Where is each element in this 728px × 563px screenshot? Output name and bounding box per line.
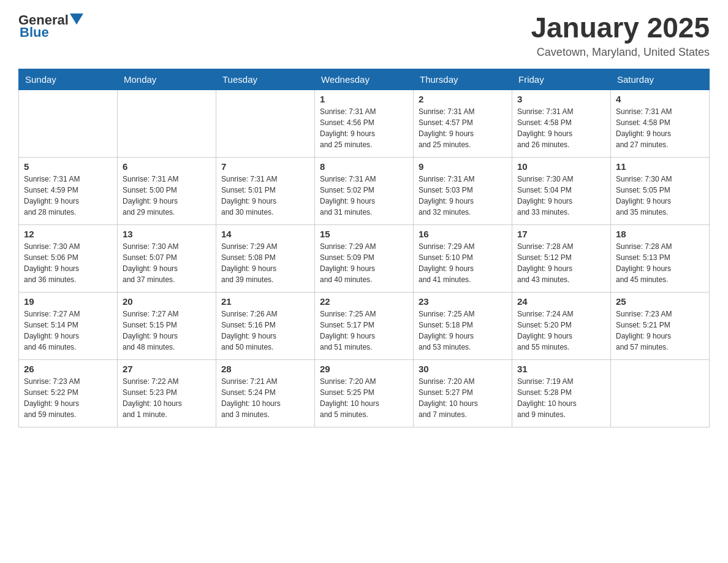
svg-marker-0 bbox=[70, 13, 83, 25]
day-info: Sunrise: 7:31 AM Sunset: 5:01 PM Dayligh… bbox=[221, 174, 309, 218]
calendar-cell bbox=[611, 359, 710, 427]
day-number: 27 bbox=[123, 364, 211, 374]
page-header: General Blue January 2025 Cavetown, Mary… bbox=[18, 12, 710, 59]
calendar-header-friday: Friday bbox=[512, 69, 611, 90]
day-info: Sunrise: 7:23 AM Sunset: 5:22 PM Dayligh… bbox=[24, 376, 112, 420]
calendar-cell: 2Sunrise: 7:31 AM Sunset: 4:57 PM Daylig… bbox=[414, 90, 512, 157]
calendar-cell: 7Sunrise: 7:31 AM Sunset: 5:01 PM Daylig… bbox=[216, 157, 315, 224]
day-number: 5 bbox=[24, 161, 112, 172]
calendar-cell: 6Sunrise: 7:31 AM Sunset: 5:00 PM Daylig… bbox=[118, 157, 216, 224]
day-info: Sunrise: 7:29 AM Sunset: 5:08 PM Dayligh… bbox=[221, 241, 309, 285]
calendar-header-wednesday: Wednesday bbox=[315, 69, 414, 90]
calendar-cell: 20Sunrise: 7:27 AM Sunset: 5:15 PM Dayli… bbox=[118, 292, 216, 359]
day-number: 10 bbox=[517, 161, 605, 172]
calendar-cell: 29Sunrise: 7:20 AM Sunset: 5:25 PM Dayli… bbox=[315, 359, 414, 427]
day-number: 16 bbox=[419, 229, 507, 239]
day-number: 28 bbox=[221, 364, 309, 374]
day-number: 18 bbox=[616, 229, 704, 239]
calendar-cell: 15Sunrise: 7:29 AM Sunset: 5:09 PM Dayli… bbox=[315, 224, 414, 292]
calendar-cell: 25Sunrise: 7:23 AM Sunset: 5:21 PM Dayli… bbox=[611, 292, 710, 359]
day-number: 14 bbox=[221, 229, 309, 239]
day-number: 31 bbox=[517, 364, 605, 374]
title-block: January 2025 Cavetown, Maryland, United … bbox=[531, 12, 710, 59]
day-number: 8 bbox=[320, 161, 408, 172]
calendar-cell: 11Sunrise: 7:30 AM Sunset: 5:05 PM Dayli… bbox=[611, 157, 710, 224]
day-info: Sunrise: 7:20 AM Sunset: 5:27 PM Dayligh… bbox=[419, 376, 507, 420]
calendar-header-row: SundayMondayTuesdayWednesdayThursdayFrid… bbox=[19, 69, 710, 90]
day-info: Sunrise: 7:31 AM Sunset: 4:56 PM Dayligh… bbox=[320, 106, 408, 150]
calendar-subtitle: Cavetown, Maryland, United States bbox=[531, 46, 710, 59]
day-number: 21 bbox=[221, 296, 309, 307]
day-info: Sunrise: 7:31 AM Sunset: 5:03 PM Dayligh… bbox=[419, 174, 507, 218]
day-info: Sunrise: 7:31 AM Sunset: 4:58 PM Dayligh… bbox=[517, 106, 605, 150]
day-info: Sunrise: 7:19 AM Sunset: 5:28 PM Dayligh… bbox=[517, 376, 605, 420]
day-info: Sunrise: 7:31 AM Sunset: 4:57 PM Dayligh… bbox=[419, 106, 507, 150]
day-number: 30 bbox=[419, 364, 507, 374]
calendar-header-tuesday: Tuesday bbox=[216, 69, 315, 90]
calendar-header-saturday: Saturday bbox=[611, 69, 710, 90]
calendar-cell: 28Sunrise: 7:21 AM Sunset: 5:24 PM Dayli… bbox=[216, 359, 315, 427]
day-number: 26 bbox=[24, 364, 112, 374]
calendar-table: SundayMondayTuesdayWednesdayThursdayFrid… bbox=[18, 69, 710, 427]
calendar-cell: 14Sunrise: 7:29 AM Sunset: 5:08 PM Dayli… bbox=[216, 224, 315, 292]
day-number: 22 bbox=[320, 296, 408, 307]
day-info: Sunrise: 7:21 AM Sunset: 5:24 PM Dayligh… bbox=[221, 376, 309, 420]
calendar-week-row: 26Sunrise: 7:23 AM Sunset: 5:22 PM Dayli… bbox=[19, 359, 710, 427]
day-info: Sunrise: 7:25 AM Sunset: 5:17 PM Dayligh… bbox=[320, 308, 408, 353]
day-number: 7 bbox=[221, 161, 309, 172]
day-number: 1 bbox=[320, 94, 408, 104]
calendar-cell: 12Sunrise: 7:30 AM Sunset: 5:06 PM Dayli… bbox=[19, 224, 118, 292]
day-number: 25 bbox=[616, 296, 704, 307]
calendar-week-row: 5Sunrise: 7:31 AM Sunset: 4:59 PM Daylig… bbox=[19, 157, 710, 224]
calendar-cell: 31Sunrise: 7:19 AM Sunset: 5:28 PM Dayli… bbox=[512, 359, 611, 427]
calendar-week-row: 1Sunrise: 7:31 AM Sunset: 4:56 PM Daylig… bbox=[19, 90, 710, 157]
calendar-cell bbox=[118, 90, 216, 157]
calendar-cell: 19Sunrise: 7:27 AM Sunset: 5:14 PM Dayli… bbox=[19, 292, 118, 359]
calendar-week-row: 12Sunrise: 7:30 AM Sunset: 5:06 PM Dayli… bbox=[19, 224, 710, 292]
calendar-cell: 30Sunrise: 7:20 AM Sunset: 5:27 PM Dayli… bbox=[414, 359, 512, 427]
logo-blue-text: Blue bbox=[20, 25, 49, 40]
day-number: 23 bbox=[419, 296, 507, 307]
day-info: Sunrise: 7:20 AM Sunset: 5:25 PM Dayligh… bbox=[320, 376, 408, 420]
calendar-cell bbox=[216, 90, 315, 157]
calendar-cell: 24Sunrise: 7:24 AM Sunset: 5:20 PM Dayli… bbox=[512, 292, 611, 359]
day-info: Sunrise: 7:28 AM Sunset: 5:12 PM Dayligh… bbox=[517, 241, 605, 285]
day-number: 20 bbox=[123, 296, 211, 307]
day-info: Sunrise: 7:23 AM Sunset: 5:21 PM Dayligh… bbox=[616, 308, 704, 353]
logo: General Blue bbox=[18, 12, 83, 40]
calendar-cell: 21Sunrise: 7:26 AM Sunset: 5:16 PM Dayli… bbox=[216, 292, 315, 359]
day-info: Sunrise: 7:31 AM Sunset: 5:00 PM Dayligh… bbox=[123, 174, 211, 218]
day-info: Sunrise: 7:28 AM Sunset: 5:13 PM Dayligh… bbox=[616, 241, 704, 285]
day-number: 29 bbox=[320, 364, 408, 374]
day-number: 17 bbox=[517, 229, 605, 239]
logo-triangle-icon bbox=[70, 13, 83, 27]
calendar-cell: 18Sunrise: 7:28 AM Sunset: 5:13 PM Dayli… bbox=[611, 224, 710, 292]
day-number: 4 bbox=[616, 94, 704, 104]
calendar-title: January 2025 bbox=[531, 12, 710, 44]
day-info: Sunrise: 7:27 AM Sunset: 5:14 PM Dayligh… bbox=[24, 308, 112, 353]
day-number: 3 bbox=[517, 94, 605, 104]
calendar-header-thursday: Thursday bbox=[414, 69, 512, 90]
day-number: 24 bbox=[517, 296, 605, 307]
day-info: Sunrise: 7:29 AM Sunset: 5:09 PM Dayligh… bbox=[320, 241, 408, 285]
day-info: Sunrise: 7:24 AM Sunset: 5:20 PM Dayligh… bbox=[517, 308, 605, 353]
calendar-cell: 10Sunrise: 7:30 AM Sunset: 5:04 PM Dayli… bbox=[512, 157, 611, 224]
calendar-cell: 23Sunrise: 7:25 AM Sunset: 5:18 PM Dayli… bbox=[414, 292, 512, 359]
calendar-cell: 9Sunrise: 7:31 AM Sunset: 5:03 PM Daylig… bbox=[414, 157, 512, 224]
calendar-cell: 22Sunrise: 7:25 AM Sunset: 5:17 PM Dayli… bbox=[315, 292, 414, 359]
calendar-cell: 8Sunrise: 7:31 AM Sunset: 5:02 PM Daylig… bbox=[315, 157, 414, 224]
calendar-cell bbox=[19, 90, 118, 157]
day-info: Sunrise: 7:30 AM Sunset: 5:05 PM Dayligh… bbox=[616, 174, 704, 218]
calendar-cell: 26Sunrise: 7:23 AM Sunset: 5:22 PM Dayli… bbox=[19, 359, 118, 427]
day-number: 19 bbox=[24, 296, 112, 307]
calendar-cell: 13Sunrise: 7:30 AM Sunset: 5:07 PM Dayli… bbox=[118, 224, 216, 292]
day-info: Sunrise: 7:22 AM Sunset: 5:23 PM Dayligh… bbox=[123, 376, 211, 420]
calendar-cell: 3Sunrise: 7:31 AM Sunset: 4:58 PM Daylig… bbox=[512, 90, 611, 157]
day-number: 12 bbox=[24, 229, 112, 239]
day-info: Sunrise: 7:30 AM Sunset: 5:04 PM Dayligh… bbox=[517, 174, 605, 218]
day-info: Sunrise: 7:31 AM Sunset: 4:59 PM Dayligh… bbox=[24, 174, 112, 218]
calendar-cell: 27Sunrise: 7:22 AM Sunset: 5:23 PM Dayli… bbox=[118, 359, 216, 427]
day-info: Sunrise: 7:30 AM Sunset: 5:07 PM Dayligh… bbox=[123, 241, 211, 285]
calendar-cell: 17Sunrise: 7:28 AM Sunset: 5:12 PM Dayli… bbox=[512, 224, 611, 292]
day-info: Sunrise: 7:27 AM Sunset: 5:15 PM Dayligh… bbox=[123, 308, 211, 353]
